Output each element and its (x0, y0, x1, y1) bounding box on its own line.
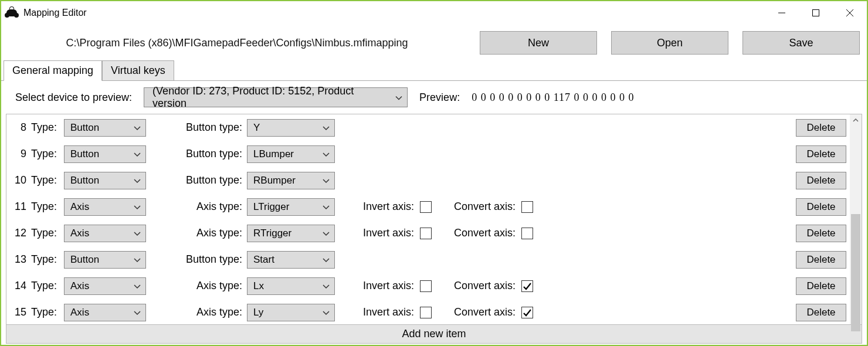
maximize-button[interactable] (799, 2, 833, 24)
chevron-down-icon (323, 148, 330, 160)
delete-button[interactable]: Delete (796, 304, 846, 321)
app-icon (5, 6, 19, 20)
scrollbar[interactable] (850, 114, 862, 324)
type-label: Type: (31, 121, 57, 134)
tab-virtual-keys[interactable]: Virtual keys (102, 60, 174, 81)
row-index: 13 (10, 253, 26, 266)
convert-axis-label: Convert axis: (454, 306, 516, 318)
type-select-value: Button (70, 148, 99, 160)
chevron-down-icon (323, 122, 330, 134)
invert-axis-label: Invert axis: (363, 227, 414, 239)
subtype-select-value: Y (253, 122, 260, 134)
type-select[interactable]: Axis (64, 277, 146, 295)
chevron-down-icon (134, 122, 141, 134)
device-select-value: (Vendor ID: 273, Product ID: 5152, Produ… (152, 85, 389, 110)
scroll-thumb[interactable] (851, 214, 860, 331)
mapping-row: 14Type:AxisAxis type:LxInvert axis:Conve… (6, 273, 850, 299)
save-button[interactable]: Save (742, 31, 860, 55)
type-select[interactable]: Button (64, 172, 146, 189)
row-index: 9 (10, 148, 26, 160)
type-select-value: Axis (70, 307, 89, 318)
type-select-value: Button (70, 175, 99, 186)
chevron-down-icon (323, 254, 330, 266)
invert-axis-checkbox[interactable] (420, 228, 432, 239)
delete-button[interactable]: Delete (796, 277, 846, 295)
subtype-select[interactable]: Start (247, 251, 335, 269)
subtype-select-value: LTrigger (253, 201, 289, 213)
row-index: 8 (10, 121, 26, 134)
subtype-select[interactable]: Y (247, 119, 335, 137)
delete-button[interactable]: Delete (796, 225, 846, 242)
delete-button[interactable]: Delete (796, 198, 846, 216)
convert-axis-checkbox[interactable] (521, 280, 533, 292)
close-button[interactable] (833, 2, 867, 24)
type-select[interactable]: Button (64, 119, 146, 137)
minimize-button[interactable] (765, 2, 799, 24)
invert-axis-label: Invert axis: (363, 306, 414, 318)
device-select[interactable]: (Vendor ID: 273, Product ID: 5152, Produ… (144, 87, 408, 107)
open-button[interactable]: Open (611, 31, 728, 55)
subtype-select-value: LBumper (253, 148, 294, 160)
new-button[interactable]: New (480, 31, 597, 55)
invert-axis-checkbox[interactable] (420, 280, 432, 292)
chevron-down-icon (134, 254, 141, 266)
type-select-value: Button (70, 122, 99, 134)
convert-axis-label: Convert axis: (454, 227, 516, 239)
row-index: 15 (10, 306, 26, 318)
chevron-down-icon (134, 148, 141, 160)
mapping-row: 10Type:ButtonButton type:RBumperDelete (6, 167, 850, 194)
mapping-row: 12Type:AxisAxis type:RTriggerInvert axis… (6, 220, 850, 246)
subtype-select[interactable]: Lx (247, 277, 335, 295)
type-label: Type: (31, 174, 57, 186)
subtype-label: Button type: (179, 148, 242, 160)
chevron-down-icon (323, 228, 330, 239)
subtype-select[interactable]: LTrigger (247, 198, 335, 216)
tab-strip: General mapping Virtual keys (1, 61, 867, 81)
invert-axis-label: Invert axis: (363, 280, 414, 292)
subtype-label: Button type: (179, 174, 242, 186)
type-label: Type: (31, 253, 57, 266)
main-toolbar: C:\Program Files (x86)\MFIGamepadFeeder\… (1, 25, 867, 61)
chevron-down-icon (134, 228, 141, 239)
type-select[interactable]: Axis (64, 225, 146, 242)
row-index: 12 (10, 227, 26, 239)
subtype-select[interactable]: RTrigger (247, 225, 335, 242)
invert-axis-checkbox[interactable] (420, 307, 432, 318)
convert-axis-checkbox[interactable] (521, 228, 533, 239)
subtype-select-value: RTrigger (253, 228, 291, 239)
scroll-track[interactable] (850, 126, 862, 313)
row-index: 11 (10, 201, 26, 213)
subtype-select[interactable]: RBumper (247, 172, 335, 189)
type-select[interactable]: Button (64, 251, 146, 269)
convert-axis-checkbox[interactable] (521, 307, 533, 318)
delete-button[interactable]: Delete (796, 119, 846, 137)
chevron-down-icon (323, 280, 330, 292)
mapping-row: 13Type:ButtonButton type:StartDelete (6, 246, 850, 273)
subtype-label: Button type: (179, 121, 242, 134)
delete-button[interactable]: Delete (796, 251, 846, 269)
tab-general-mapping[interactable]: General mapping (4, 60, 102, 81)
type-select-value: Axis (70, 280, 89, 292)
chevron-down-icon (323, 175, 330, 186)
chevron-down-icon (323, 201, 330, 213)
subtype-label: Axis type: (179, 227, 242, 239)
type-select[interactable]: Button (64, 145, 146, 163)
convert-axis-checkbox[interactable] (521, 201, 533, 213)
subtype-select[interactable]: Ly (247, 304, 335, 321)
type-select[interactable]: Axis (64, 198, 146, 216)
title-bar: Mapping Editor (1, 1, 867, 25)
subtype-label: Axis type: (179, 201, 242, 213)
invert-axis-checkbox[interactable] (420, 201, 432, 213)
subtype-select[interactable]: LBumper (247, 145, 335, 163)
type-select[interactable]: Axis (64, 304, 146, 321)
type-select-value: Button (70, 254, 99, 266)
scroll-up-icon[interactable] (850, 114, 862, 126)
add-new-item-button[interactable]: Add new item (6, 325, 862, 344)
delete-button[interactable]: Delete (796, 145, 846, 163)
preview-label: Preview: (419, 91, 460, 104)
mapping-row: 9Type:ButtonButton type:LBumperDelete (6, 141, 850, 167)
row-index: 14 (10, 280, 26, 292)
chevron-down-icon (134, 280, 141, 292)
invert-axis-label: Invert axis: (363, 201, 414, 213)
delete-button[interactable]: Delete (796, 172, 846, 189)
